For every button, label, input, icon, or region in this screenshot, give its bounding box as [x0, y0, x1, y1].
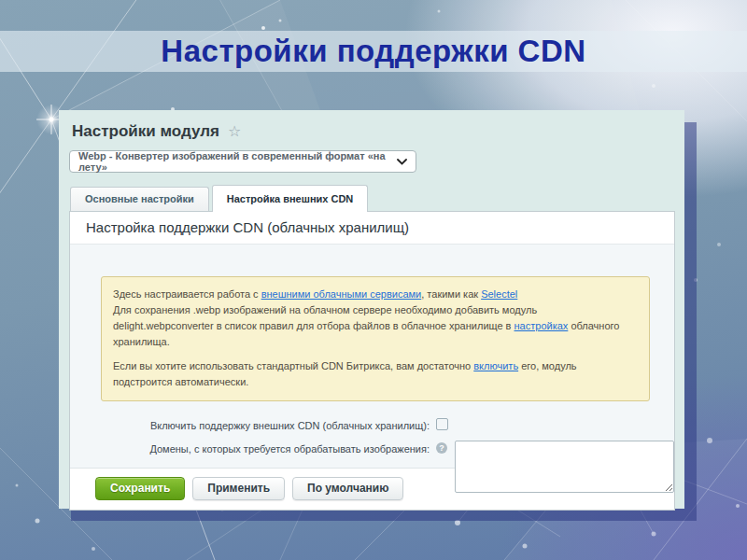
enable-bitrix-cdn-link[interactable]: включить	[473, 360, 518, 371]
settings-panel: Настройки модуля ☆ Webp - Конвертер изоб…	[59, 110, 684, 509]
enable-cdn-label: Включить поддержку внешних CDN (облачных…	[101, 417, 430, 432]
module-header: Настройки модуля ☆	[72, 122, 675, 141]
info-note: Здесь настраивается работа с внешними об…	[101, 276, 650, 401]
help-icon[interactable]: ?	[436, 442, 447, 454]
tab-external-cdn[interactable]: Настройка внешних CDN	[212, 185, 369, 212]
external-cloud-services-link[interactable]: внешними облачными сервисами	[261, 288, 422, 300]
enable-cdn-row: Включить поддержку внешних CDN (облачных…	[101, 417, 674, 432]
note-text: Если вы хотите использовать стандартный …	[113, 360, 473, 371]
favorite-star-icon[interactable]: ☆	[228, 124, 241, 139]
note-line-1: Здесь настраивается работа с внешними об…	[113, 287, 638, 302]
note-line-3: Если вы хотите использовать стандартный …	[113, 358, 638, 390]
enable-cdn-checkbox[interactable]	[436, 418, 448, 430]
note-text: Для сохранения .webp изображений на обла…	[113, 304, 537, 331]
tab-bar: Основные настройки Настройка внешних CDN	[69, 184, 675, 211]
module-settings-title: Настройки модуля	[72, 122, 219, 141]
slide: Настройки поддержки CDN Настройки модуля…	[0, 0, 747, 560]
tab-main-settings[interactable]: Основные настройки	[70, 187, 209, 211]
chevron-down-icon	[397, 159, 407, 165]
domains-label: Домены, с которых требуется обрабатывать…	[101, 441, 430, 455]
tab-content: Здесь настраивается работа с внешними об…	[70, 245, 674, 469]
page-title: Настройки поддержки CDN	[0, 34, 747, 69]
domains-textarea[interactable]	[455, 441, 674, 493]
note-line-2: Для сохранения .webp изображений на обла…	[113, 302, 638, 350]
note-text: Здесь настраивается работа с	[113, 288, 261, 300]
apply-button[interactable]: Применить	[192, 477, 285, 500]
settings-form: Настройка поддержки CDN (облачных хранил…	[69, 211, 675, 511]
section-title: Настройка поддержки CDN (облачных хранил…	[70, 212, 674, 245]
defaults-button[interactable]: По умолчанию	[292, 477, 403, 500]
module-select-dropdown[interactable]: Webp - Конвертер изображений в современн…	[69, 150, 416, 173]
save-button[interactable]: Сохранить	[95, 477, 185, 500]
module-select-value: Webp - Конвертер изображений в современн…	[78, 150, 397, 173]
selectel-link[interactable]: Selectel	[481, 288, 517, 300]
storage-settings-link[interactable]: настройках	[514, 320, 569, 331]
note-text: , такими как	[421, 288, 481, 300]
